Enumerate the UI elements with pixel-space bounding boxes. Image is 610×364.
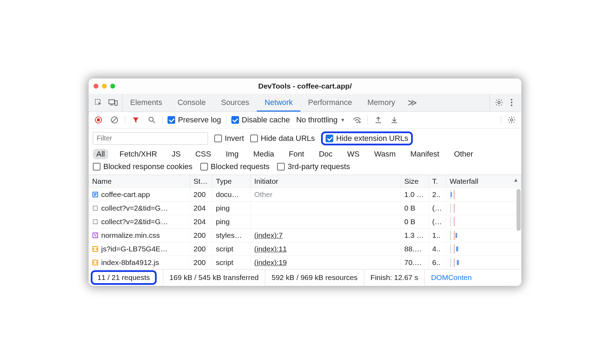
tab-console[interactable]: Console bbox=[170, 94, 214, 112]
blocked-cookies-checkbox[interactable]: Blocked response cookies bbox=[93, 162, 193, 171]
invert-checkbox[interactable]: Invert bbox=[214, 134, 244, 143]
type-filter-js[interactable]: JS bbox=[168, 149, 184, 159]
preserve-log-label: Preserve log bbox=[178, 115, 221, 124]
svg-rect-1 bbox=[109, 100, 114, 104]
panel-tabs: ElementsConsoleSourcesNetworkPerformance… bbox=[89, 94, 521, 112]
resource-type-icon bbox=[92, 205, 98, 211]
type-filter-all[interactable]: All bbox=[93, 149, 108, 159]
status-transferred: 169 kB / 545 kB transferred bbox=[163, 270, 266, 286]
request-type: docu… bbox=[212, 188, 251, 201]
request-name: normalize.min.css bbox=[101, 231, 160, 240]
tab-sources[interactable]: Sources bbox=[213, 94, 257, 112]
type-filter-fetchxhr[interactable]: Fetch/XHR bbox=[116, 149, 161, 159]
request-initiator: Other bbox=[254, 190, 273, 198]
table-row[interactable]: normalize.min.css200styles…(index):71.3 … bbox=[89, 228, 521, 242]
network-conditions-icon[interactable] bbox=[351, 114, 363, 126]
hide-data-urls-label: Hide data URLs bbox=[261, 134, 315, 143]
window-title: DevTools - coffee-cart.app/ bbox=[89, 82, 521, 90]
requests-table-wrap: Name St… Type Initiator Size T. Waterfal… bbox=[89, 175, 521, 269]
svg-point-7 bbox=[511, 105, 513, 106]
device-toolbar-icon[interactable] bbox=[107, 97, 119, 108]
col-size[interactable]: Size bbox=[401, 175, 429, 188]
svg-rect-3 bbox=[115, 101, 117, 105]
hide-extension-urls-checkbox[interactable]: Hide extension URLs bbox=[326, 134, 408, 143]
filter-input[interactable] bbox=[93, 132, 208, 145]
request-initiator[interactable]: (index):11 bbox=[254, 245, 287, 253]
svg-point-6 bbox=[511, 102, 513, 104]
table-row[interactable]: js?id=G-LB75G4E…200script(index):1188.…4… bbox=[89, 242, 521, 256]
record-button[interactable] bbox=[93, 114, 104, 126]
col-waterfall[interactable]: Waterfall▲ bbox=[446, 175, 521, 188]
tabs-overflow-button[interactable]: ≫ bbox=[403, 94, 422, 112]
request-status: 204 bbox=[190, 215, 212, 228]
inspect-element-icon[interactable] bbox=[93, 97, 104, 108]
hide-data-urls-checkbox[interactable]: Hide data URLs bbox=[250, 134, 315, 143]
request-waterfall bbox=[446, 188, 521, 201]
type-filter-doc[interactable]: Doc bbox=[315, 149, 336, 159]
request-name: index-8bfa4912.js bbox=[101, 258, 159, 267]
request-size: 88.… bbox=[401, 242, 429, 256]
filter-bar: Invert Hide data URLs Hide extension URL… bbox=[89, 129, 521, 147]
tab-memory[interactable]: Memory bbox=[360, 94, 403, 112]
request-waterfall bbox=[446, 228, 521, 242]
resource-type-icon bbox=[92, 191, 98, 198]
col-time[interactable]: T. bbox=[429, 175, 446, 188]
devtools-window: DevTools - coffee-cart.app/ ElementsCons… bbox=[89, 78, 521, 286]
request-status: 200 bbox=[190, 228, 212, 242]
svg-rect-9 bbox=[97, 119, 100, 121]
network-toolbar: Preserve log Disable cache No throttling… bbox=[89, 112, 521, 129]
tab-network[interactable]: Network bbox=[257, 94, 300, 112]
table-row[interactable]: collect?v=2&tid=G…204ping0 B(… bbox=[89, 215, 521, 228]
type-filter-img[interactable]: Img bbox=[222, 149, 242, 159]
col-name[interactable]: Name bbox=[89, 175, 190, 188]
type-filter-manifest[interactable]: Manifest bbox=[407, 149, 443, 159]
col-type[interactable]: Type bbox=[212, 175, 251, 188]
type-filter-other[interactable]: Other bbox=[451, 149, 477, 159]
request-type: ping bbox=[212, 201, 251, 215]
filter-icon[interactable] bbox=[130, 114, 141, 126]
type-filter-font[interactable]: Font bbox=[285, 149, 308, 159]
highlight-hide-extension-urls: Hide extension URLs bbox=[321, 131, 413, 145]
table-row[interactable]: coffee-cart.app200docu…Other1.0 …2.. bbox=[89, 188, 521, 201]
search-icon[interactable] bbox=[146, 114, 157, 126]
resource-type-icon bbox=[92, 219, 98, 225]
request-status: 204 bbox=[190, 201, 212, 215]
blocked-requests-checkbox[interactable]: Blocked requests bbox=[200, 162, 270, 171]
request-status: 200 bbox=[190, 242, 212, 256]
network-settings-icon[interactable] bbox=[506, 114, 517, 126]
status-finish: Finish: 12.67 s bbox=[364, 270, 425, 286]
request-waterfall bbox=[446, 215, 521, 228]
type-filter-css[interactable]: CSS bbox=[192, 149, 215, 159]
tab-performance[interactable]: Performance bbox=[300, 94, 360, 112]
col-initiator[interactable]: Initiator bbox=[251, 175, 401, 188]
svg-rect-25 bbox=[93, 206, 97, 210]
request-initiator[interactable]: (index):7 bbox=[254, 231, 283, 239]
table-row[interactable]: index-8bfa4912.js200script(index):1970.…… bbox=[89, 256, 521, 269]
import-har-icon[interactable] bbox=[389, 114, 400, 126]
kebab-menu-icon[interactable] bbox=[506, 97, 517, 108]
type-filter-wasm[interactable]: Wasm bbox=[371, 149, 399, 159]
tab-elements[interactable]: Elements bbox=[122, 94, 170, 112]
request-size: 0 B bbox=[401, 201, 429, 215]
request-initiator[interactable]: (index):19 bbox=[254, 258, 287, 266]
resource-type-icon bbox=[92, 246, 98, 252]
throttling-select[interactable]: No throttling ▼ bbox=[295, 115, 347, 124]
settings-icon[interactable] bbox=[493, 97, 505, 108]
type-filter-ws[interactable]: WS bbox=[344, 149, 363, 159]
disable-cache-checkbox[interactable]: Disable cache bbox=[231, 115, 290, 124]
highlight-request-count: 11 / 21 requests bbox=[91, 270, 157, 285]
export-har-icon[interactable] bbox=[373, 114, 384, 126]
request-type: styles… bbox=[212, 228, 251, 242]
extra-filters: Blocked response cookies Blocked request… bbox=[89, 162, 521, 175]
type-filter-media[interactable]: Media bbox=[250, 149, 278, 159]
col-status[interactable]: St… bbox=[190, 175, 212, 188]
table-row[interactable]: collect?v=2&tid=G…204ping0 B(… bbox=[89, 201, 521, 215]
table-header-row: Name St… Type Initiator Size T. Waterfal… bbox=[89, 175, 521, 188]
request-type: script bbox=[212, 256, 251, 269]
third-party-checkbox[interactable]: 3rd-party requests bbox=[277, 162, 350, 171]
vertical-scrollbar[interactable] bbox=[516, 189, 521, 231]
clear-button[interactable] bbox=[109, 114, 120, 126]
requests-table: Name St… Type Initiator Size T. Waterfal… bbox=[89, 175, 521, 269]
preserve-log-checkbox[interactable]: Preserve log bbox=[168, 115, 221, 124]
throttling-label: No throttling bbox=[296, 115, 338, 124]
